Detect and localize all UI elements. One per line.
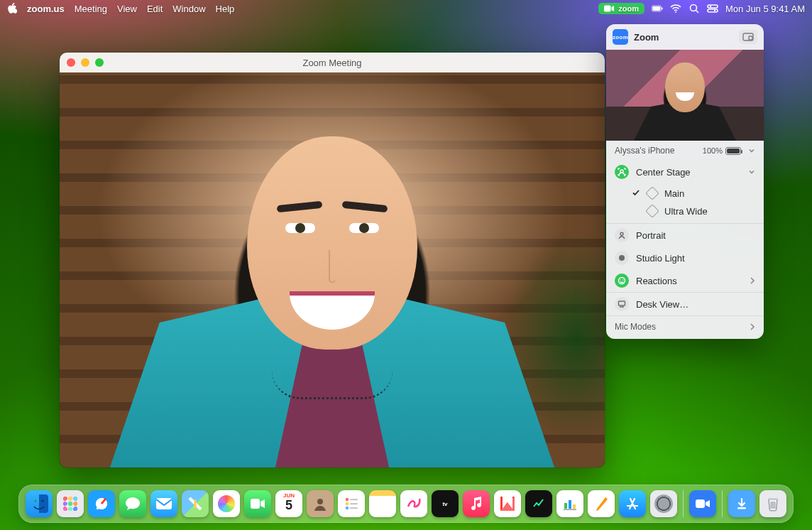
chevron-down-icon bbox=[748, 147, 755, 154]
center-stage-row[interactable]: Center Stage bbox=[606, 161, 764, 183]
svg-rect-31 bbox=[532, 497, 546, 511]
window-close-button[interactable] bbox=[67, 58, 75, 67]
dock-app-mail[interactable] bbox=[150, 490, 177, 517]
chevron-right-icon bbox=[750, 277, 755, 284]
dock-app-news[interactable] bbox=[494, 490, 521, 517]
window-zoom-button[interactable] bbox=[95, 58, 104, 67]
mic-modes-row[interactable]: Mic Modes bbox=[606, 316, 764, 339]
menu-edit[interactable]: Edit bbox=[147, 4, 163, 14]
window-minimize-button[interactable] bbox=[81, 58, 89, 67]
dock-app-pages[interactable] bbox=[588, 490, 615, 517]
svg-point-9 bbox=[710, 6, 711, 7]
desk-view-label: Desk View… bbox=[636, 299, 755, 310]
dock-app-freeform[interactable] bbox=[400, 490, 427, 517]
control-center-icon[interactable] bbox=[707, 3, 718, 14]
dock-app-messages[interactable] bbox=[119, 490, 146, 517]
dock-app-facetime[interactable] bbox=[244, 490, 271, 517]
lens-icon bbox=[645, 204, 659, 218]
lens-ultrawide-option[interactable]: Ultra Wide bbox=[606, 203, 764, 223]
dock-app-settings[interactable] bbox=[650, 490, 677, 517]
reactions-row[interactable]: Reactions bbox=[606, 269, 764, 292]
dock-app-numbers[interactable] bbox=[556, 490, 583, 517]
svg-rect-23 bbox=[251, 499, 260, 509]
svg-point-15 bbox=[619, 255, 625, 261]
dock-app-finder[interactable] bbox=[26, 490, 53, 517]
zoom-meeting-window: Zoom Meeting bbox=[60, 53, 605, 467]
svg-point-5 bbox=[690, 5, 696, 11]
svg-rect-35 bbox=[564, 509, 576, 511]
svg-point-25 bbox=[346, 498, 349, 502]
dock-app-zoom[interactable] bbox=[689, 490, 716, 517]
dock-app-contacts[interactable] bbox=[307, 490, 334, 517]
app-menu-title[interactable]: zoom.us bbox=[27, 4, 65, 14]
reactions-icon bbox=[615, 274, 629, 288]
spotlight-icon[interactable] bbox=[688, 3, 700, 14]
svg-point-17 bbox=[620, 279, 621, 280]
camera-preview bbox=[606, 50, 764, 141]
studio-light-label: Studio Light bbox=[636, 253, 755, 264]
studio-light-icon bbox=[615, 251, 629, 265]
svg-rect-0 bbox=[604, 6, 611, 12]
studio-light-row[interactable]: Studio Light bbox=[606, 247, 764, 269]
svg-rect-38 bbox=[768, 498, 778, 500]
menu-window[interactable]: Window bbox=[172, 4, 205, 14]
menu-bar-clock[interactable]: Mon Jun 5 9:41 AM bbox=[725, 4, 805, 14]
dock-app-safari[interactable] bbox=[88, 490, 115, 517]
svg-rect-19 bbox=[619, 301, 625, 305]
menu-view[interactable]: View bbox=[117, 4, 137, 14]
device-battery: 100% bbox=[703, 146, 741, 155]
dock-app-reminders[interactable] bbox=[338, 490, 365, 517]
svg-rect-30 bbox=[350, 507, 358, 509]
camera-device-row[interactable]: Alyssa's iPhone 100% bbox=[606, 141, 764, 161]
continuity-camera-menu-extra[interactable]: zoom bbox=[598, 3, 644, 14]
dock-app-maps[interactable] bbox=[182, 490, 209, 517]
portrait-row[interactable]: Portrait bbox=[606, 224, 764, 247]
lens-main-label: Main bbox=[664, 188, 755, 199]
center-stage-icon bbox=[615, 165, 629, 179]
svg-rect-37 bbox=[737, 507, 746, 509]
svg-rect-12 bbox=[749, 36, 752, 40]
wifi-icon[interactable] bbox=[670, 3, 681, 14]
svg-point-14 bbox=[620, 232, 623, 235]
panel-app-name: Zoom bbox=[634, 32, 659, 43]
dock-trash[interactable] bbox=[759, 490, 786, 517]
svg-point-26 bbox=[346, 502, 349, 506]
dock-app-notes[interactable] bbox=[369, 490, 396, 517]
dock-app-launchpad[interactable] bbox=[57, 490, 84, 517]
svg-point-10 bbox=[714, 10, 715, 11]
panel-header: zoom Zoom bbox=[606, 24, 764, 50]
window-titlebar[interactable]: Zoom Meeting bbox=[60, 53, 605, 72]
menu-help[interactable]: Help bbox=[216, 4, 235, 14]
dock-app-stocks[interactable] bbox=[525, 490, 552, 517]
apple-menu[interactable] bbox=[7, 3, 17, 14]
lens-main-option[interactable]: Main bbox=[606, 183, 764, 203]
svg-rect-32 bbox=[564, 503, 567, 509]
dock-downloads[interactable] bbox=[728, 490, 755, 517]
svg-line-6 bbox=[696, 11, 698, 13]
chevron-right-icon bbox=[750, 323, 755, 330]
svg-rect-36 bbox=[696, 499, 705, 508]
lens-ultrawide-label: Ultra Wide bbox=[664, 206, 755, 217]
svg-rect-29 bbox=[350, 503, 358, 504]
expand-window-button[interactable] bbox=[739, 30, 757, 44]
reactions-label: Reactions bbox=[636, 276, 742, 286]
desk-view-row[interactable]: Desk View… bbox=[606, 293, 764, 315]
svg-point-18 bbox=[622, 279, 623, 280]
dock-app-photos[interactable] bbox=[213, 490, 240, 517]
battery-status-icon[interactable] bbox=[652, 3, 663, 14]
dock-app-music[interactable] bbox=[463, 490, 490, 517]
camera-pill-label: zoom bbox=[618, 4, 639, 13]
window-traffic-lights bbox=[67, 58, 104, 67]
dock-app-appstore[interactable] bbox=[619, 490, 646, 517]
svg-rect-3 bbox=[662, 7, 662, 10]
svg-point-24 bbox=[317, 499, 323, 504]
svg-point-27 bbox=[346, 507, 349, 510]
center-stage-label: Center Stage bbox=[636, 167, 741, 178]
menu-meeting[interactable]: Meeting bbox=[75, 4, 107, 14]
portrait-label: Portrait bbox=[636, 230, 755, 241]
window-title: Zoom Meeting bbox=[60, 58, 605, 68]
dock-app-tv[interactable]: tv bbox=[432, 490, 459, 517]
dock-app-calendar[interactable]: JUN5 bbox=[275, 490, 302, 517]
svg-rect-2 bbox=[652, 6, 660, 11]
svg-point-21 bbox=[41, 499, 43, 502]
